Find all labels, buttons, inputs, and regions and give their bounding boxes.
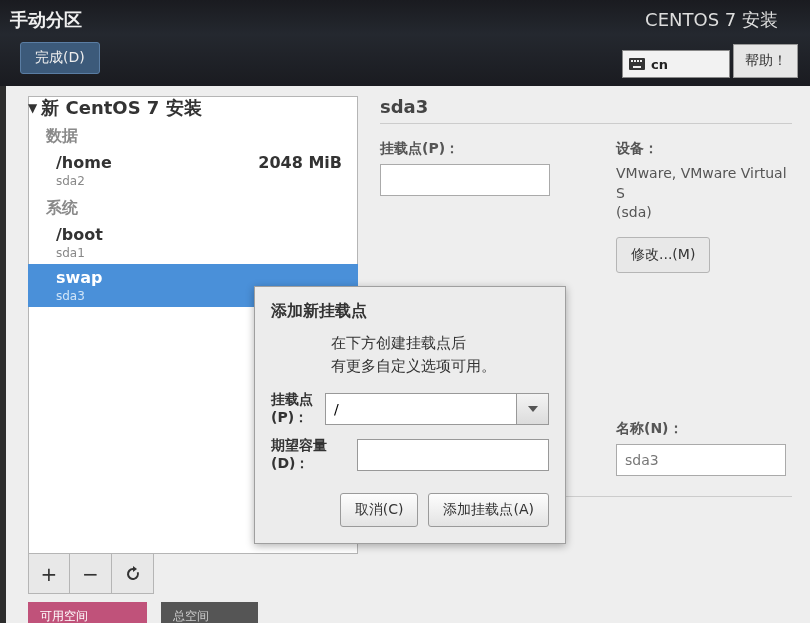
done-button[interactable]: 完成(D) <box>20 42 100 74</box>
svg-rect-5 <box>633 66 641 68</box>
partition-row-home[interactable]: /home sda2 2048 MiB <box>28 149 358 192</box>
svg-rect-4 <box>640 60 642 62</box>
partition-tree: ▼ 新 CentOS 7 安装 数据 /home sda2 2048 MiB 系… <box>28 96 358 307</box>
partition-mount: /home <box>56 153 112 172</box>
add-mount-point-dialog: 添加新挂载点 在下方创建挂载点后 有更多自定义选项可用。 挂载点(P)： 期望容… <box>254 286 566 544</box>
dialog-mount-label: 挂载点(P)： <box>271 391 325 427</box>
total-space-label: 总空间 <box>173 608 246 623</box>
partition-detail-title: sda3 <box>380 96 792 124</box>
reload-icon <box>124 565 142 583</box>
partition-actions: + − <box>28 554 154 594</box>
tree-root-label: 新 CentOS 7 安装 <box>41 96 201 120</box>
svg-rect-0 <box>629 58 645 70</box>
svg-rect-2 <box>634 60 636 62</box>
dialog-mount-combo[interactable] <box>325 393 549 425</box>
tree-root[interactable]: ▼ 新 CentOS 7 安装 <box>28 96 358 120</box>
total-space-card: 总空间 20 GiB <box>161 602 258 623</box>
keyboard-icon <box>629 58 645 70</box>
dialog-title: 添加新挂载点 <box>271 301 549 322</box>
space-summary: 可用空间 15.8 GiB 总空间 20 GiB <box>28 602 258 623</box>
keyboard-layout-indicator[interactable]: cn <box>622 50 730 78</box>
device-text-1: VMware, VMware Virtual S <box>616 164 792 203</box>
add-mount-point-button[interactable]: 添加挂载点(A) <box>428 493 549 527</box>
partition-row-boot[interactable]: /boot sda1 <box>28 221 358 264</box>
name-label: 名称(N)： <box>616 420 792 438</box>
dialog-mount-input[interactable] <box>325 393 517 425</box>
add-partition-button[interactable]: + <box>28 554 70 594</box>
svg-rect-1 <box>631 60 633 62</box>
partition-size: 2048 MiB <box>258 153 342 172</box>
dialog-size-label: 期望容量(D)： <box>271 437 357 473</box>
mount-point-label: 挂载点(P)： <box>380 140 556 158</box>
reload-button[interactable] <box>112 554 154 594</box>
partition-device: sda2 <box>56 174 112 188</box>
keyboard-layout-code: cn <box>651 57 668 72</box>
cancel-button[interactable]: 取消(C) <box>340 493 419 527</box>
chevron-down-icon[interactable] <box>517 393 549 425</box>
device-label: 设备： <box>616 140 792 158</box>
section-data: 数据 <box>46 126 358 147</box>
partition-device: sda1 <box>56 246 348 260</box>
available-space-card: 可用空间 15.8 GiB <box>28 602 147 623</box>
section-system: 系统 <box>46 198 358 219</box>
mount-point-input[interactable] <box>380 164 550 196</box>
top-bar: 手动分区 CENTOS 7 安装 完成(D) cn 帮助！ <box>0 0 810 86</box>
partition-mount: swap <box>56 268 348 287</box>
dialog-description: 在下方创建挂载点后 有更多自定义选项可用。 <box>331 332 549 377</box>
dialog-size-input[interactable] <box>357 439 549 471</box>
partition-mount: /boot <box>56 225 348 244</box>
device-text-2: (sda) <box>616 203 792 223</box>
svg-rect-3 <box>637 60 639 62</box>
page-title: 手动分区 <box>10 8 82 32</box>
installer-title: CENTOS 7 安装 <box>645 8 778 32</box>
available-space-label: 可用空间 <box>40 608 135 623</box>
modify-device-button[interactable]: 修改...(M) <box>616 237 710 273</box>
caret-down-icon: ▼ <box>28 101 37 115</box>
remove-partition-button[interactable]: − <box>70 554 112 594</box>
name-input[interactable] <box>616 444 786 476</box>
main-area: ▼ 新 CentOS 7 安装 数据 /home sda2 2048 MiB 系… <box>6 86 810 623</box>
help-button[interactable]: 帮助！ <box>733 44 798 78</box>
